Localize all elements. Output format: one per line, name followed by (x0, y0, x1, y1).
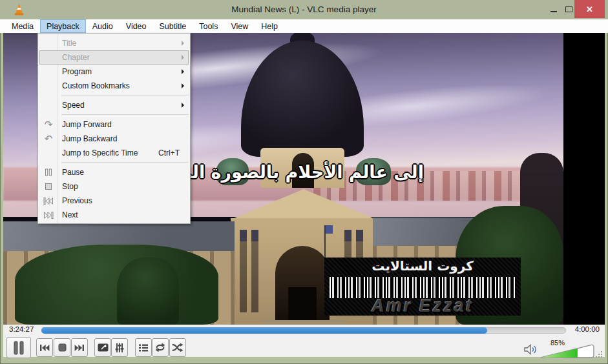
menu-item-jump-backward[interactable]: ↶ Jump Backward (38, 132, 190, 146)
menu-item-label: Jump Forward (62, 120, 112, 129)
menu-item-label: Program (62, 67, 92, 76)
equalizer-icon (114, 343, 125, 353)
minimize-button[interactable] (546, 0, 561, 18)
menu-item-next[interactable]: Next (38, 208, 190, 222)
menu-item-chapter[interactable]: Chapter (39, 50, 189, 65)
fullscreen-icon (98, 343, 109, 352)
shuffle-icon (172, 343, 183, 352)
close-icon: ✕ (586, 5, 593, 14)
playlist-icon (138, 343, 149, 352)
window-title: Mundial News (L) - VLC media player (0, 0, 608, 19)
shuffle-button[interactable] (169, 338, 186, 357)
pause-icon (42, 165, 55, 179)
next-icon (42, 208, 55, 222)
stop-button[interactable] (54, 338, 70, 357)
menu-item-previous[interactable]: Previous (38, 194, 190, 208)
watermark-title: كروت الستالايت (324, 258, 521, 274)
loop-button[interactable] (152, 338, 169, 357)
facade-column (240, 230, 247, 312)
loop-icon (154, 343, 166, 352)
menu-separator (61, 95, 189, 96)
resize-grip[interactable] (595, 350, 603, 358)
flag (326, 225, 333, 234)
facade-frieze (231, 218, 377, 228)
total-time: 4:00:00 (575, 325, 600, 333)
menu-subtitle[interactable]: Subtitle (153, 19, 193, 33)
menu-media[interactable]: Media (5, 19, 40, 33)
menu-item-jump-forward[interactable]: ↷ Jump Forward (38, 117, 190, 132)
tree-left-small (117, 258, 179, 325)
menu-item-label: Chapter (62, 53, 90, 62)
previous-icon (42, 194, 55, 208)
control-bar: 3:24:27 4:00:00 (3, 325, 605, 357)
submenu-arrow-icon (182, 55, 184, 60)
menu-item-label: Speed (62, 101, 85, 110)
pause-button[interactable] (6, 337, 31, 358)
menu-item-label: Next (62, 210, 78, 219)
menu-item-program[interactable]: Program (38, 65, 190, 79)
stop-icon (42, 179, 55, 194)
entrance-steps (262, 320, 344, 325)
facade-pediment (233, 189, 375, 219)
next-button[interactable] (71, 338, 88, 357)
maximize-icon (565, 6, 572, 12)
title-bar[interactable]: Mundial News (L) - VLC media player ✕ (0, 0, 608, 19)
menu-item-label: Pause (62, 168, 84, 177)
menu-item-speed[interactable]: Speed (38, 98, 190, 112)
menu-item-stop[interactable]: Stop (38, 179, 190, 194)
stop-icon (58, 343, 67, 352)
pause-icon (13, 341, 25, 355)
submenu-arrow-icon (182, 83, 184, 88)
playback-dropdown-menu: Title Chapter Program Custom Bookmarks S… (37, 33, 191, 224)
menu-separator (61, 162, 189, 163)
speaker-icon[interactable] (524, 344, 538, 355)
menu-item-label: Stop (62, 182, 78, 191)
jump-forward-icon: ↷ (42, 117, 55, 132)
entrance-door (288, 287, 317, 325)
menu-item-title[interactable]: Title (38, 36, 190, 50)
menu-item-label: Jump Backward (62, 134, 117, 143)
submenu-arrow-icon (182, 41, 184, 46)
next-icon (74, 344, 85, 352)
menu-playback[interactable]: Playback (40, 19, 86, 33)
extended-settings-button[interactable] (111, 338, 128, 357)
jump-backward-icon: ↶ (42, 132, 55, 146)
menu-item-label: Jump to Specific Time (62, 148, 138, 157)
facade-column (251, 230, 258, 312)
menu-item-custom-bookmarks[interactable]: Custom Bookmarks (38, 79, 190, 93)
previous-button[interactable] (36, 338, 53, 357)
menu-item-label: Custom Bookmarks (62, 81, 130, 90)
playlist-button[interactable] (135, 338, 152, 357)
menu-tools[interactable]: Tools (193, 19, 224, 33)
volume-slider[interactable] (540, 341, 596, 359)
menu-shortcut: Ctrl+T (158, 146, 180, 160)
watermark-name: Amr Ezzat (324, 296, 521, 316)
previous-icon (39, 344, 50, 352)
elapsed-time: 3:24:27 (9, 325, 34, 333)
barcode-image (330, 277, 516, 298)
menu-help[interactable]: Help (255, 19, 284, 33)
menu-item-jump-to-specific-time[interactable]: Jump to Specific Time Ctrl+T (38, 146, 190, 160)
menu-audio[interactable]: Audio (86, 19, 120, 33)
menu-item-pause[interactable]: Pause (38, 165, 190, 179)
fullscreen-button[interactable] (94, 338, 111, 357)
menu-video[interactable]: Video (120, 19, 153, 33)
close-button[interactable]: ✕ (574, 0, 605, 18)
menu-view[interactable]: View (224, 19, 255, 33)
menu-item-label: Previous (62, 196, 92, 205)
menu-bar: Media Playback Audio Video Subtitle Tool… (0, 19, 608, 33)
vlc-window: Mundial News (L) - VLC media player ✕ Me… (0, 0, 608, 364)
submenu-arrow-icon (182, 69, 184, 74)
submenu-arrow-icon (182, 103, 184, 108)
menu-item-label: Title (62, 39, 76, 48)
maximize-button[interactable] (561, 0, 576, 18)
watermark-box: كروت الستالايت Amr Ezzat (324, 258, 521, 316)
seek-fill (41, 327, 487, 334)
seek-bar[interactable] (41, 327, 566, 334)
menu-separator (61, 114, 189, 115)
volume-fill-rect (541, 341, 578, 359)
minimize-icon (550, 11, 557, 12)
